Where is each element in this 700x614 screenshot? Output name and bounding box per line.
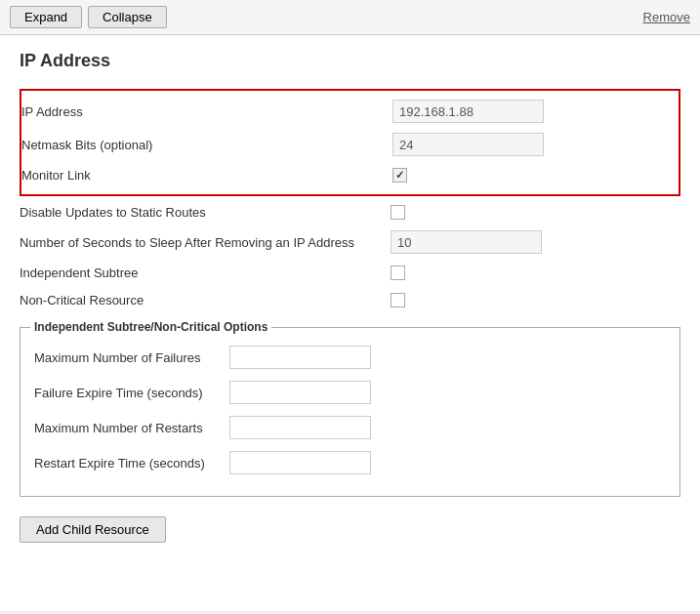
section-title: IP Address bbox=[20, 51, 680, 71]
disable-updates-label: Disable Updates to Static Routes bbox=[20, 205, 391, 220]
non-critical-resource-value bbox=[391, 293, 680, 307]
remove-link[interactable]: Remove bbox=[643, 10, 690, 24]
non-critical-resource-label: Non-Critical Resource bbox=[20, 293, 391, 307]
non-critical-resource-checkbox[interactable] bbox=[391, 293, 405, 307]
max-failures-row: Maximum Number of Failures bbox=[34, 340, 666, 375]
subtree-options-box: Independent Subtree/Non-Critical Options… bbox=[20, 327, 680, 497]
monitor-link-value bbox=[392, 168, 671, 183]
main-content: IP Address IP Address Netmask Bits (opti… bbox=[0, 35, 700, 611]
add-child-resource-button[interactable]: Add Child Resource bbox=[20, 516, 166, 543]
collapse-button[interactable]: Collapse bbox=[88, 6, 167, 28]
independent-subtree-value bbox=[391, 266, 680, 280]
netmask-input[interactable] bbox=[392, 133, 544, 156]
ip-address-value bbox=[392, 100, 671, 123]
sleep-seconds-label: Number of Seconds to Sleep After Removin… bbox=[20, 235, 391, 250]
top-bar: Expand Collapse Remove bbox=[0, 0, 700, 35]
max-restarts-input[interactable] bbox=[229, 416, 371, 439]
restart-expire-input[interactable] bbox=[229, 451, 371, 474]
monitor-link-label: Monitor Link bbox=[21, 168, 392, 183]
subtree-box-title: Independent Subtree/Non-Critical Options bbox=[30, 320, 271, 334]
monitor-link-row: Monitor Link bbox=[21, 161, 671, 188]
max-restarts-label: Maximum Number of Restarts bbox=[34, 421, 229, 435]
max-failures-input[interactable] bbox=[229, 346, 371, 369]
monitor-link-checkbox[interactable] bbox=[392, 168, 407, 183]
ip-address-input[interactable] bbox=[392, 100, 544, 123]
max-failures-label: Maximum Number of Failures bbox=[34, 350, 229, 365]
restart-expire-row: Restart Expire Time (seconds) bbox=[34, 445, 666, 480]
sleep-seconds-row: Number of Seconds to Sleep After Removin… bbox=[20, 225, 680, 259]
disable-updates-checkbox[interactable] bbox=[391, 205, 405, 220]
ip-address-row: IP Address bbox=[21, 95, 671, 128]
independent-subtree-row: Independent Subtree bbox=[20, 259, 680, 286]
restart-expire-label: Restart Expire Time (seconds) bbox=[34, 456, 229, 471]
failure-expire-label: Failure Expire Time (seconds) bbox=[34, 386, 229, 400]
failure-expire-input[interactable] bbox=[229, 381, 371, 404]
sleep-seconds-value bbox=[391, 230, 680, 254]
sleep-seconds-input[interactable] bbox=[391, 230, 542, 254]
ip-address-label: IP Address bbox=[21, 104, 392, 119]
top-bar-buttons: Expand Collapse bbox=[10, 6, 167, 28]
non-critical-resource-row: Non-Critical Resource bbox=[20, 286, 680, 313]
netmask-value bbox=[392, 133, 671, 156]
independent-subtree-label: Independent Subtree bbox=[20, 266, 391, 280]
independent-subtree-checkbox[interactable] bbox=[391, 266, 405, 280]
failure-expire-row: Failure Expire Time (seconds) bbox=[34, 375, 666, 410]
netmask-label: Netmask Bits (optional) bbox=[21, 138, 392, 152]
expand-button[interactable]: Expand bbox=[10, 6, 82, 28]
disable-updates-value bbox=[391, 205, 680, 220]
max-restarts-row: Maximum Number of Restarts bbox=[34, 410, 666, 445]
netmask-row: Netmask Bits (optional) bbox=[21, 128, 671, 161]
highlighted-fields-group: IP Address Netmask Bits (optional) Monit… bbox=[20, 89, 680, 196]
disable-updates-row: Disable Updates to Static Routes bbox=[20, 198, 680, 225]
